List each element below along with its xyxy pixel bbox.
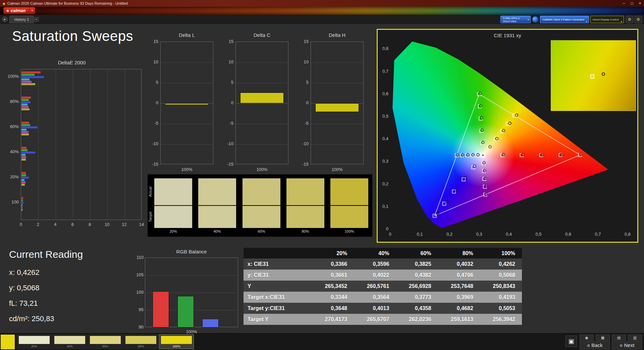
- delta_h-ytick-0: 0: [296, 100, 309, 105]
- delta_c-ytick--10: -10: [221, 141, 233, 146]
- chevron-down-icon: ▼: [621, 19, 623, 23]
- display-control-dropdown[interactable]: Direct Display Control ▼: [590, 16, 624, 23]
- table-row-6: Target Y270,4173265,6707262,0236259,1613…: [244, 314, 522, 325]
- delta_c-ytick-10: 10: [221, 59, 233, 64]
- deltae-bar-blue-100: [21, 202, 23, 204]
- cie-ytick-0,7: 0,7: [378, 69, 388, 74]
- actual-row-label: Actual: [148, 178, 153, 205]
- cie-xtick-0,5: 0,5: [534, 232, 543, 237]
- printer-icon-button[interactable]: ▤: [612, 335, 626, 341]
- level-label-80%: 80%: [124, 345, 158, 348]
- cie-xtick-0,2: 0,2: [445, 232, 454, 237]
- level-button-60%[interactable]: 60%: [88, 334, 123, 349]
- table-cell: 0,3773: [396, 292, 438, 303]
- close-button[interactable]: ×: [636, 0, 644, 6]
- table-col-header: [244, 248, 312, 258]
- deltae-xtick-8: 8: [85, 222, 95, 227]
- maximize-button[interactable]: □: [628, 0, 636, 6]
- target-swatch-100%: [330, 206, 368, 228]
- next-button[interactable]: ⚙Next: [612, 341, 642, 349]
- calman-menu-caret-icon[interactable]: ▼: [30, 7, 36, 14]
- table-cell: 256,6928: [396, 281, 438, 292]
- cie-1931-panel: CIE 1931 xy 00,10,20,30,40,50,60,70,800,…: [377, 29, 638, 243]
- rgb-balance-chart: RGB Balance 100% 1101051009590: [128, 249, 240, 333]
- compare-column-label: 60%: [243, 229, 280, 233]
- delta_c-ytick-15: 15: [221, 39, 233, 44]
- delta-c-plot: [235, 42, 288, 164]
- meter-dropdown[interactable]: X-Rite i1Pro 3 Direct View ▼: [500, 16, 531, 23]
- table-row-label: Target Y: [244, 314, 312, 325]
- reading-x: x: 0,4262: [9, 265, 120, 280]
- table-cell: 0,4706: [438, 270, 480, 281]
- delta_l-bar: [165, 103, 209, 105]
- results-table-body: x: CIE310,33660,35960,38250,40320,4262y:…: [244, 258, 522, 325]
- table-cell: 0,3344: [312, 292, 354, 303]
- current-reading-title: Current Reading: [9, 249, 120, 260]
- level-button-40%[interactable]: 40%: [52, 334, 87, 349]
- actual-swatch-60%: [243, 178, 280, 205]
- deltae-bar-green-60%: [21, 124, 30, 126]
- deltae-bar-blue-40%: [21, 152, 35, 154]
- delta-c-title: Delta C: [235, 32, 288, 38]
- minimize-button[interactable]: –: [620, 0, 628, 6]
- cie-xtick-0,4: 0,4: [504, 232, 514, 237]
- table-cell: 0,3661: [312, 270, 354, 281]
- table-row-3: Y265,3452260,5761256,6928253,7648250,834…: [244, 281, 522, 292]
- target-marker-blue: [443, 202, 446, 206]
- deltae-bar-yellow-100: [21, 209, 22, 211]
- deltae-bar-blue-100%: [21, 76, 44, 78]
- layout-icon-button[interactable]: ▦: [596, 335, 610, 341]
- table-cell: 0,5053: [480, 303, 522, 314]
- deltae-ytick-60%: 60%: [5, 124, 19, 129]
- delta_c-chart: Delta C 100% 151050-5-10-15: [220, 32, 291, 173]
- delta-l-plot: [160, 42, 213, 164]
- actual-swatch-20%: [154, 178, 192, 205]
- meter-status-badge[interactable]: [532, 16, 539, 23]
- reading-y: y: 0,5068: [9, 280, 120, 296]
- delta_c-ytick--15: -15: [221, 162, 233, 167]
- delta_l-chart: Delta L 100% 151050-5-10-15: [145, 32, 216, 173]
- tab-history-1[interactable]: History 1: [9, 16, 34, 23]
- camera-icon-button[interactable]: ◉: [580, 335, 594, 341]
- table-cell: 0,4262: [480, 258, 522, 270]
- settings-gear-button[interactable]: ⚙: [626, 16, 633, 23]
- next-label: Next: [624, 342, 635, 348]
- level-button-100%[interactable]: 100%: [159, 334, 194, 349]
- delta_h-chart: Delta H 100% 151050-5-10-15: [295, 32, 366, 173]
- export-icon-button[interactable]: ▥: [628, 335, 642, 341]
- delta_h-gridline-5: [311, 83, 363, 83]
- chevron-down-icon: ▼: [586, 19, 588, 23]
- cie-xtick-0,7: 0,7: [593, 232, 603, 237]
- deltae-ytick-20%: 20%: [5, 174, 19, 179]
- measured-marker-yellow: [515, 114, 518, 116]
- deltae-bar-green-100: [21, 199, 23, 201]
- back-button[interactable]: ⚙Back: [580, 341, 610, 349]
- level-label-20%: 20%: [17, 345, 51, 348]
- cie-ytick-0,2: 0,2: [378, 181, 388, 186]
- workflow-nav-button[interactable]: ▶: [2, 16, 8, 22]
- pattern-window-button[interactable]: ▣: [566, 336, 577, 347]
- calman-menu-button[interactable]: ◆ calman ▼: [3, 7, 35, 14]
- level-button-20%[interactable]: 20%: [17, 334, 52, 349]
- footer-bar: 20%40%60%80%100% ▣ ◉ ▦ ▤ ▥ ⚙Back ⚙Next: [0, 333, 644, 350]
- level-button-80%[interactable]: 80%: [123, 334, 158, 349]
- source-dropdown[interactable]: CalMAN Client 3 Pattern Generator ▼: [540, 16, 589, 23]
- options-gear-button[interactable]: ⚙: [635, 16, 642, 23]
- delta_l-gridline-10: [161, 62, 213, 63]
- cie-ytick-0,4: 0,4: [378, 136, 388, 141]
- delta-h-xlabel: 100%: [311, 167, 364, 172]
- delta_l-gridline-5: [161, 83, 213, 83]
- level-label-40%: 40%: [53, 345, 87, 348]
- calman-logo-text: calman: [11, 8, 26, 13]
- delta_l-gridline--5: [161, 124, 213, 124]
- table-cell: 0,4032: [438, 258, 480, 270]
- target-marker-cyan: [466, 154, 469, 157]
- deltae-bar-magenta-80%: [21, 106, 29, 108]
- titlebar: ◆ Calman 2025 Calman Ultimate for Busine…: [0, 0, 644, 7]
- app-window: ◆ Calman 2025 Calman Ultimate for Busine…: [0, 0, 644, 350]
- compare-column-label: 40%: [198, 229, 236, 233]
- deltae-bar-magenta-100: [21, 207, 22, 209]
- table-cell: 265,6707: [354, 314, 396, 325]
- results-table: 20%40%60%80%100% x: CIE310,33660,35960,3…: [244, 248, 522, 325]
- tab-scroll-button[interactable]: ▸: [34, 17, 39, 22]
